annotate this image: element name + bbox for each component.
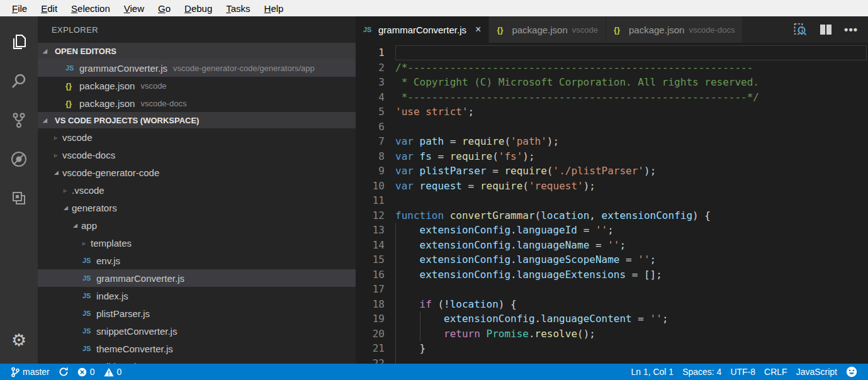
token: .: [529, 328, 535, 340]
settings-icon[interactable]: ⚙: [0, 321, 38, 360]
file-snippetConverter.js[interactable]: JSsnippetConverter.js: [38, 322, 356, 340]
menu-item-selection[interactable]: Selection: [64, 2, 117, 15]
workspace-header[interactable]: ◢ VS CODE PROJECTS (WORKSPACE): [38, 112, 356, 128]
menu-item-tasks[interactable]: Tasks: [219, 2, 257, 15]
token: languageExtensions: [517, 269, 626, 281]
token: );: [522, 150, 534, 162]
line-number: 17: [356, 282, 385, 297]
activity-bar-bottom: ⚙: [0, 321, 38, 360]
status-label: 0: [117, 367, 122, 377]
token: if: [420, 298, 432, 310]
js-file-icon: JS: [82, 345, 96, 352]
split-editor-icon[interactable]: [819, 23, 833, 36]
editor-actions: •••: [782, 16, 868, 43]
file-validator.js[interactable]: JSvalidator.js: [38, 357, 356, 364]
token: (: [535, 210, 541, 221]
open-editor-item[interactable]: {}package.jsonvscode: [38, 77, 356, 94]
indent-guide: [420, 311, 420, 327]
search-icon[interactable]: [0, 62, 38, 101]
file-index.js[interactable]: JSindex.js: [38, 287, 356, 305]
indentation-status[interactable]: Spaces: 4: [678, 364, 726, 380]
editor-column: JSgrammarConverter.js×{}package.jsonvsco…: [356, 16, 868, 364]
item-name: index.js: [96, 291, 128, 301]
open-editor-item[interactable]: {}package.jsonvscode-docs: [38, 94, 356, 112]
menu-item-edit[interactable]: Edit: [34, 2, 64, 15]
code-line: 19 extensionConfig.languageContent = '';: [356, 311, 868, 327]
code-line: 18 if (!location) {: [356, 297, 868, 312]
token: path: [420, 135, 444, 147]
token: );: [644, 165, 656, 177]
code-content: 'use strict';: [395, 104, 868, 120]
folder-templates[interactable]: ▹templates: [38, 234, 356, 252]
explorer-icon[interactable]: [0, 23, 38, 62]
token: location: [450, 298, 499, 310]
more-actions-icon[interactable]: •••: [844, 23, 858, 36]
debug-icon[interactable]: [0, 140, 38, 179]
encoding-status[interactable]: UTF-8: [726, 364, 760, 380]
file-env.js[interactable]: JSenv.js: [38, 252, 356, 269]
indent-guide: [395, 356, 396, 364]
source-control-icon[interactable]: [0, 101, 38, 140]
code-content: [395, 45, 868, 60]
js-file-icon: JS: [82, 327, 96, 335]
token: [395, 239, 420, 251]
warnings-status[interactable]: 0: [99, 364, 127, 380]
open-preview-icon[interactable]: [792, 22, 808, 37]
eol-status[interactable]: CRLF: [760, 364, 792, 380]
git-branch-status[interactable]: master: [6, 364, 54, 380]
token: languageContent: [541, 313, 632, 325]
folder-app[interactable]: ◢app: [38, 216, 356, 234]
token: 'path': [510, 135, 547, 147]
file-grammarConverter.js[interactable]: JSgrammarConverter.js: [38, 269, 356, 287]
json-file-icon: {}: [614, 25, 629, 35]
code-editor[interactable]: 12/*------------------------------------…: [356, 43, 868, 364]
open-editors-header[interactable]: ◢ OPEN EDITORS: [38, 43, 356, 59]
json-file-icon: {}: [497, 25, 512, 35]
menu-item-file[interactable]: File: [5, 2, 34, 15]
token: =: [432, 150, 450, 162]
indent-guide: [395, 223, 396, 238]
menu-item-debug[interactable]: Debug: [178, 2, 219, 15]
tabs: JSgrammarConverter.js×{}package.jsonvsco…: [356, 16, 743, 43]
line-number: 14: [356, 238, 385, 253]
token: function: [395, 210, 444, 221]
folder-vscode[interactable]: ▹vscode: [38, 128, 356, 146]
folder-vscode-docs[interactable]: ▹vscode-docs: [38, 146, 356, 164]
folder-vscode-generator-code[interactable]: ◢vscode-generator-code: [38, 164, 356, 181]
tab-package.json-vscode[interactable]: {}package.jsonvscode: [489, 16, 606, 43]
menu-item-view[interactable]: View: [117, 2, 151, 15]
file-plistParser.js[interactable]: JSplistParser.js: [38, 305, 356, 322]
close-tab-icon[interactable]: ×: [475, 25, 481, 35]
folder-generators[interactable]: ◢generators: [38, 199, 356, 216]
code-line: 4 *-------------------------------------…: [356, 90, 868, 105]
cursor-position-status[interactable]: Ln 1, Col 1: [626, 364, 678, 380]
tab-detail: vscode-docs: [689, 25, 735, 35]
sync-status[interactable]: [54, 364, 73, 380]
status-bar-left: master00: [6, 364, 126, 380]
line-number: 6: [356, 120, 385, 135]
file-themeConverter.js[interactable]: JSthemeConverter.js: [38, 340, 356, 357]
open-editor-item[interactable]: JSgrammarConverter.jsvscode-generator-co…: [38, 59, 356, 77]
token: request: [420, 180, 462, 192]
tab-label: package.json: [512, 25, 567, 35]
menu-item-go[interactable]: Go: [151, 2, 178, 15]
token: ();: [577, 328, 595, 340]
folder-.vscode[interactable]: ▹.vscode: [38, 181, 356, 199]
language-mode-status[interactable]: JavaScript: [792, 364, 842, 380]
token: [444, 210, 450, 221]
feedback-status[interactable]: [842, 364, 862, 380]
tab-package.json-vscode-docs[interactable]: {}package.jsonvscode-docs: [606, 16, 743, 43]
extensions-icon[interactable]: [0, 179, 38, 218]
chevron-collapsed-icon: ▹: [82, 240, 91, 247]
js-file-icon: JS: [363, 26, 378, 33]
token: extensionConfig: [444, 313, 535, 325]
errors-status[interactable]: 0: [73, 364, 99, 380]
sync-icon: [59, 367, 69, 377]
code-content: var fs = require('fs');: [395, 149, 868, 164]
tab-grammarConverter.js[interactable]: JSgrammarConverter.js×: [356, 16, 489, 43]
menu-item-help[interactable]: Help: [257, 2, 291, 15]
file-detail: vscode: [140, 81, 166, 91]
token: /*--------------------------------------…: [395, 62, 753, 74]
open-editors-header-label: OPEN EDITORS: [55, 47, 116, 56]
code-line: 9var plistParser = require('./plistParse…: [356, 164, 868, 179]
